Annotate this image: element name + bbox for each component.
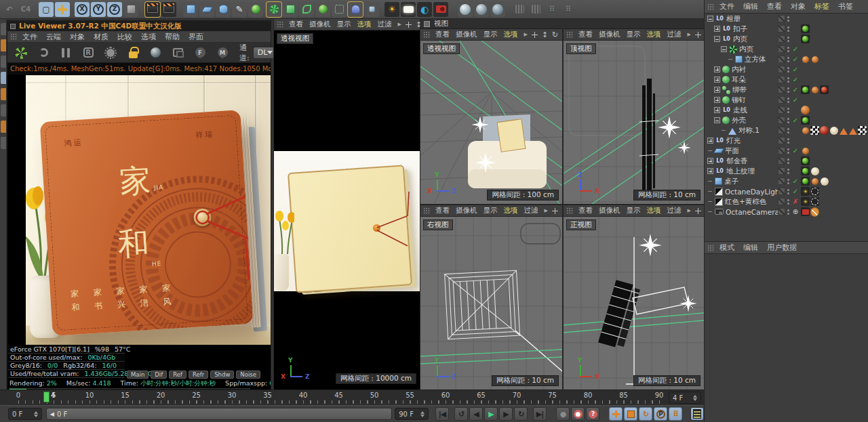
layer-toggle[interactable] — [778, 117, 785, 124]
stepper-arrows-icon[interactable] — [693, 393, 697, 403]
menu-item[interactable]: 选项 — [647, 30, 661, 39]
expand-toggle[interactable] — [707, 158, 713, 164]
grid-handle-icon[interactable] — [566, 31, 573, 38]
menu-item[interactable]: 过滤 — [667, 30, 682, 39]
object-label[interactable]: 桌子 — [724, 177, 738, 186]
object-label[interactable]: OctaneDayLight.1 — [725, 188, 778, 196]
left-tool-stub[interactable] — [1, 72, 6, 84]
object-label[interactable]: 内衬 — [732, 65, 746, 75]
sun-tag[interactable]: ☀ — [801, 197, 810, 206]
expand-toggle[interactable] — [714, 97, 720, 103]
render-pass-button[interactable]: Dif — [151, 371, 167, 379]
pan-icon[interactable] — [695, 32, 701, 38]
workplane-button[interactable] — [528, 2, 543, 17]
tree-item[interactable]: 对称.1 — [705, 125, 868, 135]
zoom-icon[interactable]: ↕ — [542, 31, 548, 39]
visibility-dots[interactable] — [787, 148, 789, 154]
visibility-dots[interactable] — [787, 98, 789, 103]
visibility-dots[interactable] — [787, 138, 789, 144]
camera-button[interactable] — [433, 2, 448, 17]
menu-item[interactable]: 显示 — [484, 30, 498, 39]
oball-tag[interactable] — [801, 146, 810, 155]
extrude-generator-button[interactable] — [283, 2, 298, 17]
menu-item[interactable]: 查看 — [435, 206, 450, 215]
restart-render-button[interactable] — [35, 45, 52, 61]
menu-item[interactable]: 显示 — [627, 30, 641, 39]
expand-toggle[interactable] — [714, 117, 720, 123]
powerslider-film-button[interactable] — [690, 407, 704, 421]
bball-tag[interactable] — [820, 177, 829, 186]
bball-tag[interactable] — [810, 167, 819, 175]
menu-item[interactable]: 文件 — [22, 32, 37, 42]
next-key-button[interactable]: ▶ — [499, 407, 513, 421]
glight-tag[interactable] — [801, 167, 810, 175]
cylinder-primitive-button[interactable] — [216, 2, 231, 17]
checker-tag[interactable] — [810, 126, 819, 135]
area-light-button[interactable] — [401, 2, 416, 17]
object-label[interactable]: 内页 — [739, 45, 753, 54]
menu-item[interactable]: 云端 — [46, 32, 61, 42]
rotate-icon[interactable]: ↻ — [552, 31, 558, 39]
layer-toggle[interactable] — [778, 157, 785, 165]
coord-system-button[interactable] — [123, 2, 138, 17]
live-viewer-titlebar[interactable]: Live Viewer 3.07-R2 中国C4D联盟中文汉化版 — [7, 21, 271, 31]
layer-toggle[interactable] — [778, 76, 785, 83]
menu-item[interactable]: 显示 — [627, 206, 641, 215]
visibility-dots[interactable] — [787, 26, 789, 32]
visibility-dots[interactable] — [787, 57, 789, 62]
oball-tag[interactable] — [810, 177, 819, 186]
enable-state[interactable]: ✓ — [791, 96, 800, 104]
object-label[interactable]: 灯光 — [726, 136, 741, 146]
menu-item[interactable]: 显示 — [337, 20, 351, 29]
oball-tag[interactable] — [801, 126, 810, 135]
menu-item[interactable]: 文件 — [719, 1, 734, 12]
glight-tag[interactable] — [801, 35, 810, 43]
left-tool-stub[interactable] — [1, 137, 6, 149]
tree-item[interactable]: 立方体✓ — [705, 54, 868, 64]
pan-icon[interactable] — [532, 32, 538, 38]
object-label[interactable]: 外壳 — [732, 116, 746, 125]
layer-toggle[interactable] — [778, 208, 785, 215]
layer-toggle[interactable] — [778, 167, 785, 175]
enable-state[interactable]: ✓ — [791, 86, 800, 93]
menu-item[interactable]: 查看 — [435, 30, 450, 39]
range-end-field[interactable]: 90 F — [395, 408, 429, 420]
render-settings-button[interactable] — [161, 2, 176, 17]
render-region-button[interactable] — [170, 45, 186, 61]
play-button[interactable]: ▶ — [484, 407, 498, 421]
visibility-dots[interactable] — [787, 209, 789, 215]
render-pass-button[interactable]: Noise — [236, 371, 260, 379]
layer-toggle[interactable] — [778, 188, 785, 195]
object-label[interactable]: 内页 — [733, 35, 747, 44]
expand-toggle[interactable] — [714, 87, 720, 93]
expand-toggle[interactable] — [707, 168, 713, 174]
view-window-titlebar[interactable]: 视图 — [420, 19, 704, 29]
glight-tag[interactable] — [801, 116, 810, 125]
oball-tag[interactable] — [810, 85, 819, 94]
material-sphere-2[interactable] — [474, 2, 489, 17]
expand-toggle[interactable] — [721, 46, 727, 52]
tree-item[interactable]: 绑带✓ — [705, 85, 868, 95]
left-tool-stub[interactable] — [1, 88, 6, 100]
tree-item[interactable]: L0走线 — [705, 105, 868, 115]
enable-state[interactable]: ✓ — [791, 56, 800, 63]
glight-tag[interactable] — [801, 24, 810, 33]
tree-item[interactable]: L0灯光 — [705, 135, 868, 146]
octane-logo[interactable] — [13, 45, 29, 61]
tree-item[interactable]: OctaneCamera⊕ — [705, 207, 868, 217]
grid-handle-icon[interactable] — [566, 207, 573, 214]
layer-toggle[interactable] — [778, 147, 785, 154]
visibility-dots[interactable] — [787, 199, 789, 205]
axis-mode-button[interactable]: ⠿ — [561, 2, 576, 17]
tree-item[interactable]: 内衬✓ — [705, 64, 868, 75]
tree-item[interactable]: 内页✓ — [705, 44, 868, 54]
keying-help-button[interactable]: ? — [586, 407, 599, 421]
tree-item[interactable]: 铆钉✓ — [705, 95, 868, 105]
expand-toggle[interactable] — [707, 138, 713, 144]
menu-item[interactable]: 编辑 — [743, 242, 758, 253]
expand-toggle[interactable] — [714, 107, 720, 113]
material-picker-button[interactable]: M — [214, 45, 231, 61]
grid-handle-icon[interactable] — [707, 3, 714, 10]
left-tool-stub[interactable] — [1, 23, 6, 35]
subdivision-surface-button[interactable] — [248, 2, 263, 17]
